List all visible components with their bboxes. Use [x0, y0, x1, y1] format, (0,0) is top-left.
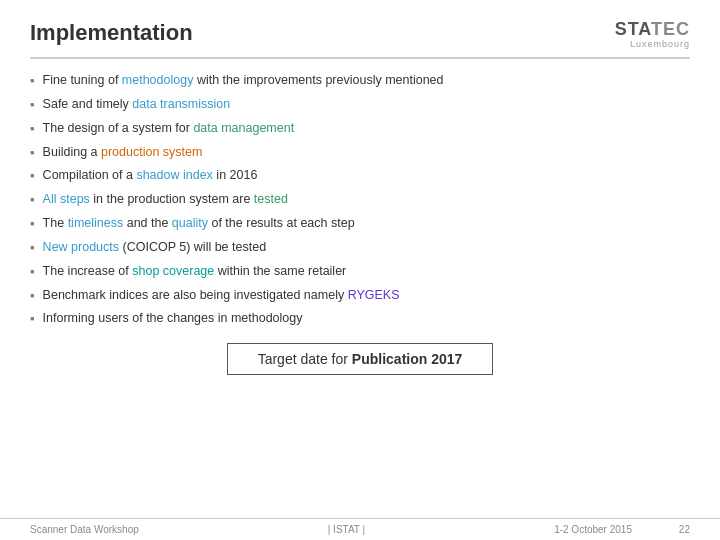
logo-tec: TEC — [651, 19, 690, 39]
list-item-text: New products (COICOP 5) will be tested — [43, 238, 690, 256]
list-item: ▪Compilation of a shadow index in 2016 — [30, 166, 690, 186]
statec-logo: STATEC — [615, 20, 690, 38]
list-item: ▪The increase of shop coverage within th… — [30, 262, 690, 282]
logo-country: Luxembourg — [630, 39, 690, 49]
list-item: ▪The timeliness and the quality of the r… — [30, 214, 690, 234]
logo-area: STATEC Luxembourg — [615, 20, 690, 49]
bullet-icon: ▪ — [30, 167, 35, 186]
bullet-icon: ▪ — [30, 96, 35, 115]
bullet-icon: ▪ — [30, 120, 35, 139]
list-item-text: Informing users of the changes in method… — [43, 309, 690, 327]
bullet-icon: ▪ — [30, 215, 35, 234]
content-list: ▪Fine tuning of methodology with the imp… — [30, 71, 690, 329]
slide: Implementation STATEC Luxembourg ▪Fine t… — [0, 0, 720, 540]
list-item: ▪Benchmark indices are also being invest… — [30, 286, 690, 306]
list-item-text: The timeliness and the quality of the re… — [43, 214, 690, 232]
list-item: ▪Informing users of the changes in metho… — [30, 309, 690, 329]
footer-workshop: Scanner Data Workshop — [30, 524, 139, 535]
target-date-container: Target date for Publication 2017 — [30, 343, 690, 375]
list-item: ▪New products (COICOP 5) will be tested — [30, 238, 690, 258]
target-date-bold: Publication 2017 — [352, 351, 462, 367]
list-item-text: The increase of shop coverage within the… — [43, 262, 690, 280]
list-item-text: Fine tuning of methodology with the impr… — [43, 71, 690, 89]
list-item-text: All steps in the production system are t… — [43, 190, 690, 208]
bullet-icon: ▪ — [30, 191, 35, 210]
list-item: ▪The design of a system for data managem… — [30, 119, 690, 139]
footer-center: | ISTAT | — [328, 524, 365, 535]
footer-divider — [639, 524, 672, 535]
list-item-text: Benchmark indices are also being investi… — [43, 286, 690, 304]
bullet-icon: ▪ — [30, 287, 35, 306]
list-item-text: Building a production system — [43, 143, 690, 161]
bullet-icon: ▪ — [30, 144, 35, 163]
logo-sta: STA — [615, 19, 651, 39]
slide-footer: Scanner Data Workshop | ISTAT | 1-2 Octo… — [0, 518, 720, 540]
list-item-text: Compilation of a shadow index in 2016 — [43, 166, 690, 184]
list-item-text: Safe and timely data transmission — [43, 95, 690, 113]
bullet-icon: ▪ — [30, 263, 35, 282]
list-item: ▪Fine tuning of methodology with the imp… — [30, 71, 690, 91]
list-item: ▪Building a production system — [30, 143, 690, 163]
footer-date-page: 1-2 October 2015 22 — [554, 524, 690, 535]
footer-date: 1-2 October 2015 — [554, 524, 632, 535]
target-date-prefix: Target date for — [258, 351, 352, 367]
footer-page: 22 — [679, 524, 690, 535]
list-item-text: The design of a system for data manageme… — [43, 119, 690, 137]
bullet-icon: ▪ — [30, 72, 35, 91]
list-item: ▪Safe and timely data transmission — [30, 95, 690, 115]
list-item: ▪All steps in the production system are … — [30, 190, 690, 210]
slide-title: Implementation — [30, 20, 193, 46]
bullet-icon: ▪ — [30, 239, 35, 258]
bullet-icon: ▪ — [30, 310, 35, 329]
slide-header: Implementation STATEC Luxembourg — [30, 20, 690, 59]
target-date-box: Target date for Publication 2017 — [227, 343, 494, 375]
